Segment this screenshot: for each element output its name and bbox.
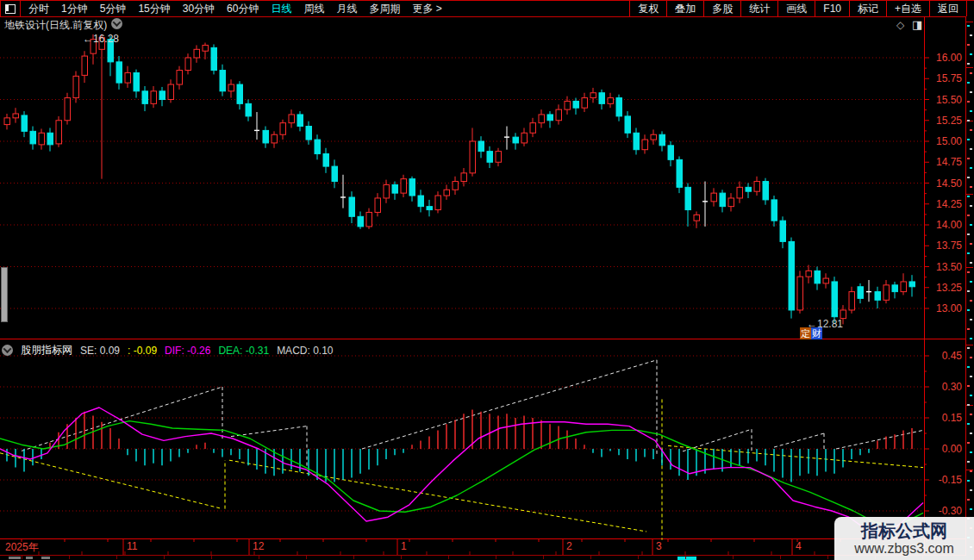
strip-divider bbox=[966, 194, 973, 195]
strip-mark bbox=[970, 262, 972, 264]
time-axis-label-3: 1 bbox=[401, 540, 407, 552]
bottom-gray-mark bbox=[26, 557, 33, 559]
indicator-header: 股朋指标网 SE: 0.09: -0.09DIF: -0.26DEA: -0.3… bbox=[2, 343, 333, 358]
strip-mark bbox=[967, 177, 970, 178]
bottom-tick bbox=[164, 556, 165, 559]
strip-mark bbox=[970, 224, 972, 226]
strip-mark bbox=[967, 461, 970, 463]
time-axis-label-2: 12 bbox=[253, 540, 264, 552]
bottom-tick bbox=[259, 556, 259, 559]
strip-mark bbox=[970, 414, 972, 415]
indicator-axis-label-5: -0.30 bbox=[926, 505, 962, 517]
bottom-gray-mark bbox=[9, 557, 21, 559]
bottom-tick bbox=[353, 556, 354, 559]
bottom-tick bbox=[69, 556, 70, 559]
strip-mark bbox=[967, 480, 970, 482]
strip-mark bbox=[970, 205, 972, 207]
strip-mark bbox=[970, 300, 972, 302]
indicator-name: 股朋指标网 bbox=[21, 343, 72, 358]
indicator-collapse-chevron-icon[interactable] bbox=[2, 345, 13, 356]
bottom-tick bbox=[211, 556, 212, 559]
price-axis-label-0: 16.00 bbox=[926, 52, 962, 64]
strip-mark bbox=[967, 139, 970, 140]
bottom-tick bbox=[638, 556, 639, 559]
watermark-title: 指标公式网 bbox=[861, 521, 947, 540]
strip-divider bbox=[966, 67, 973, 68]
bottom-tick bbox=[685, 556, 686, 559]
time-axis-label-0: 2025年 bbox=[5, 540, 39, 555]
strip-mark bbox=[970, 489, 972, 491]
price-axis-label-9: 13.75 bbox=[926, 240, 962, 252]
strip-mark bbox=[970, 243, 972, 245]
strip-mark bbox=[967, 120, 970, 121]
signal-badge-char-1: 财 bbox=[811, 327, 822, 339]
minimap-scroll-strip[interactable] bbox=[965, 16, 974, 560]
strip-mark bbox=[970, 148, 972, 150]
signal-badge-char-0: 定 bbox=[800, 327, 811, 339]
strip-mark bbox=[967, 347, 970, 349]
strip-divider bbox=[966, 345, 973, 345]
strip-mark bbox=[970, 508, 972, 510]
time-axis-label-6: 4 bbox=[796, 540, 802, 552]
indicator-value-1: : -0.09 bbox=[128, 345, 157, 357]
strip-mark bbox=[967, 499, 970, 501]
bottom-tick bbox=[780, 556, 781, 559]
indicator-value-4: MACD: 0.10 bbox=[277, 345, 333, 357]
indicator-axis-label-1: 0.30 bbox=[926, 381, 962, 393]
strip-mark bbox=[970, 53, 972, 55]
time-axis-label-5: 3 bbox=[656, 540, 662, 552]
indicator-axis-label-2: 0.15 bbox=[926, 412, 962, 424]
time-axis-label-4: 2 bbox=[566, 540, 572, 552]
strip-mark bbox=[967, 215, 970, 216]
chart-canvas[interactable] bbox=[0, 0, 974, 560]
price-axis-label-3: 15.25 bbox=[926, 115, 962, 127]
indicator-value-2: DIF: -0.26 bbox=[165, 345, 210, 357]
price-axis-label-5: 14.75 bbox=[926, 156, 962, 168]
bottom-tick bbox=[827, 556, 828, 559]
trading-app-window: 分时1分钟5分钟15分钟30分钟60分钟日线周线月线多周期更多 > 复权叠加多股… bbox=[0, 0, 974, 560]
strip-mark bbox=[970, 167, 972, 169]
bottom-gray-mark bbox=[41, 557, 50, 559]
strip-mark bbox=[967, 309, 970, 311]
bottom-tick bbox=[590, 556, 591, 559]
bottom-cyan-mark bbox=[677, 557, 696, 560]
price-axis-label-2: 15.50 bbox=[926, 94, 962, 106]
strip-mark bbox=[967, 101, 970, 103]
strip-mark bbox=[970, 376, 972, 377]
bottom-tick bbox=[543, 556, 544, 559]
indicator-value-3: DEA: -0.31 bbox=[218, 345, 269, 357]
strip-mark bbox=[970, 129, 972, 131]
strip-mark bbox=[970, 281, 972, 283]
strip-mark bbox=[967, 63, 970, 65]
high-price-annotation: ←16.28 bbox=[83, 33, 119, 45]
signal-badge: 定财 bbox=[800, 327, 822, 339]
strip-mark bbox=[970, 319, 972, 320]
strip-mark bbox=[970, 338, 972, 339]
strip-mark bbox=[967, 44, 970, 46]
strip-mark bbox=[967, 233, 970, 235]
indicator-axis-label-4: -0.15 bbox=[926, 474, 962, 486]
bottom-tick bbox=[22, 556, 22, 559]
strip-mark bbox=[967, 442, 970, 444]
strip-mark bbox=[967, 366, 970, 368]
indicator-value-0: SE: 0.09 bbox=[80, 345, 120, 357]
strip-mark bbox=[967, 158, 970, 159]
strip-mark bbox=[967, 328, 970, 330]
strip-mark bbox=[967, 423, 970, 425]
strip-mark bbox=[967, 82, 970, 84]
strip-mark bbox=[967, 271, 970, 273]
strip-mark bbox=[970, 72, 972, 74]
bottom-tick bbox=[116, 556, 117, 559]
bottom-partial-row bbox=[0, 556, 974, 560]
watermark-url: www.zbgs3.com bbox=[854, 540, 954, 557]
price-axis-label-11: 13.25 bbox=[926, 282, 962, 294]
bottom-tick bbox=[306, 556, 307, 559]
scrollbar-thumb[interactable] bbox=[1, 267, 8, 322]
price-axis-label-6: 14.50 bbox=[926, 177, 962, 190]
price-axis-label-7: 14.25 bbox=[926, 198, 962, 210]
time-axis-label-1: 11 bbox=[127, 540, 137, 552]
strip-mark bbox=[967, 404, 970, 406]
strip-mark bbox=[967, 290, 970, 292]
bottom-tick bbox=[401, 556, 402, 559]
strip-mark bbox=[970, 451, 972, 453]
